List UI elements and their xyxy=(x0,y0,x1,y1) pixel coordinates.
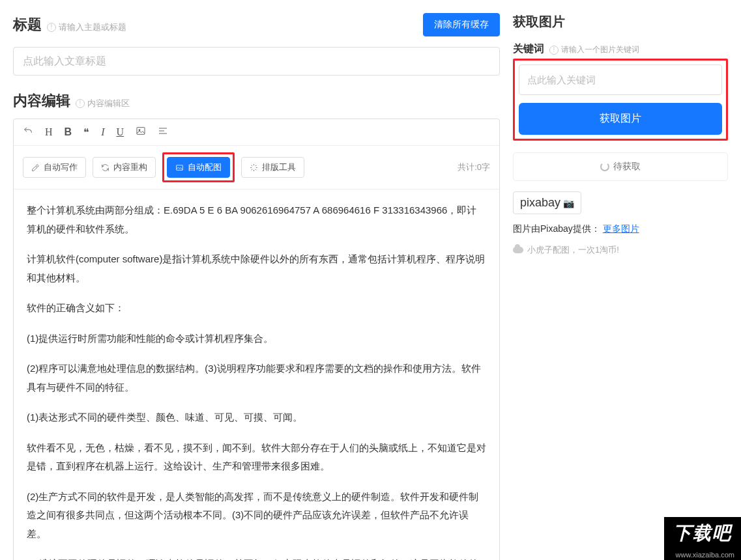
camera-icon: 📷 xyxy=(563,198,574,208)
title-hint: ! 请输入主题或标题 xyxy=(47,21,126,33)
keyword-highlight-panel: 获取图片 xyxy=(513,59,728,141)
watermark: 下载吧 www.xiazaiba.com xyxy=(664,517,741,560)
align-left-icon[interactable] xyxy=(158,126,168,139)
svg-rect-0 xyxy=(137,128,145,135)
content-header: 内容编辑 ! 内容编辑区 xyxy=(13,91,500,111)
image-panel-title: 获取图片 xyxy=(513,13,565,31)
info-icon: ! xyxy=(549,46,559,55)
editor-paragraph: 计算机软件(computer software)是指计算机系统中除硬件以外的所有… xyxy=(27,250,486,287)
editor-paragraph: (4)维护不同的硬件是旧的，理论上软件是旧的，并不坏，但实际上软件也是旧的和坏的… xyxy=(27,555,486,560)
pixabay-badge: pixabay 📷 xyxy=(513,191,581,214)
bold-icon[interactable]: B xyxy=(65,126,72,138)
fetch-image-button[interactable]: 获取图片 xyxy=(519,103,722,135)
keyword-hint: ! 请输入一个图片关键词 xyxy=(549,44,639,55)
auto-image-highlight: 自动配图 xyxy=(162,152,235,182)
editor-body[interactable]: 整个计算机系统由两部分组成：E.69DA 5 E 6 BA 9062616964… xyxy=(14,189,499,560)
title-label: 标题 xyxy=(13,15,42,35)
editor-paragraph: (1)表达形式不同的硬件类型、颜色、味道、可见、可摸、可闻。 xyxy=(27,408,486,427)
underline-icon[interactable]: U xyxy=(116,126,124,138)
word-count: 共计:0字 xyxy=(458,161,490,173)
tip-row: 小虎子配图，一次1淘币! xyxy=(513,244,728,256)
more-images-link[interactable]: 更多图片 xyxy=(603,223,639,234)
action-toolbar: 自动写作 内容重构 自动配图 排版工具 xyxy=(14,146,499,189)
layout-tools-button[interactable]: 排版工具 xyxy=(241,157,304,178)
watermark-url: www.xiazaiba.com xyxy=(664,550,741,560)
info-icon: ! xyxy=(76,99,85,108)
cloud-icon xyxy=(513,247,523,253)
image-icon[interactable] xyxy=(136,126,146,139)
editor-paragraph: 软件的正确含义如下： xyxy=(27,299,486,318)
keyword-header: 关键词 ! 请输入一个图片关键词 xyxy=(513,42,728,56)
article-title-input[interactable] xyxy=(13,47,500,76)
italic-icon[interactable]: I xyxy=(101,126,104,138)
editor-paragraph: (1)提供运行时所需功能和性能的命令或计算机程序集合。 xyxy=(27,329,486,348)
clear-cache-button[interactable]: 清除所有缓存 xyxy=(423,13,500,36)
editor-paragraph: (2)程序可以满意地处理信息的数据结构。(3)说明程序功能要求和程序需要的文档的… xyxy=(27,359,486,397)
format-toolbar: H B ❝ I U xyxy=(14,119,499,146)
content-label: 内容编辑 xyxy=(13,91,70,111)
image-panel-header: 获取图片 xyxy=(513,13,728,31)
editor-box: H B ❝ I U 自动写作 xyxy=(13,119,500,560)
editor-paragraph: (2)生产方式不同的软件是开发，是人类智能的高发挥，而不是传统意义上的硬件制造。… xyxy=(27,488,486,544)
pending-status: 待获取 xyxy=(513,152,728,181)
content-hint: ! 内容编辑区 xyxy=(76,98,130,109)
image-credit: 图片由Pixabay提供： 更多图片 xyxy=(513,223,728,235)
info-icon: ! xyxy=(47,23,56,32)
quote-icon[interactable]: ❝ xyxy=(83,126,89,139)
keyword-input[interactable] xyxy=(519,64,722,95)
svg-rect-5 xyxy=(177,165,183,170)
heading-icon[interactable]: H xyxy=(45,126,53,138)
auto-image-button[interactable]: 自动配图 xyxy=(167,157,230,178)
content-restructure-button[interactable]: 内容重构 xyxy=(93,157,156,178)
title-header: 标题 ! 请输入主题或标题 清除所有缓存 xyxy=(13,13,500,36)
spinner-icon xyxy=(600,162,609,171)
keyword-label: 关键词 xyxy=(513,42,544,56)
editor-paragraph: 软件看不见，无色，枯燥，看不见，摸不到，闻不到。软件大部分存在于人们的头脑或纸上… xyxy=(27,439,486,476)
editor-paragraph: 整个计算机系统由两部分组成：E.69DA 5 E 6 BA 9062616964… xyxy=(27,201,486,238)
auto-write-button[interactable]: 自动写作 xyxy=(23,157,86,178)
watermark-text: 下载吧 xyxy=(664,517,741,550)
undo-icon[interactable] xyxy=(23,126,33,139)
